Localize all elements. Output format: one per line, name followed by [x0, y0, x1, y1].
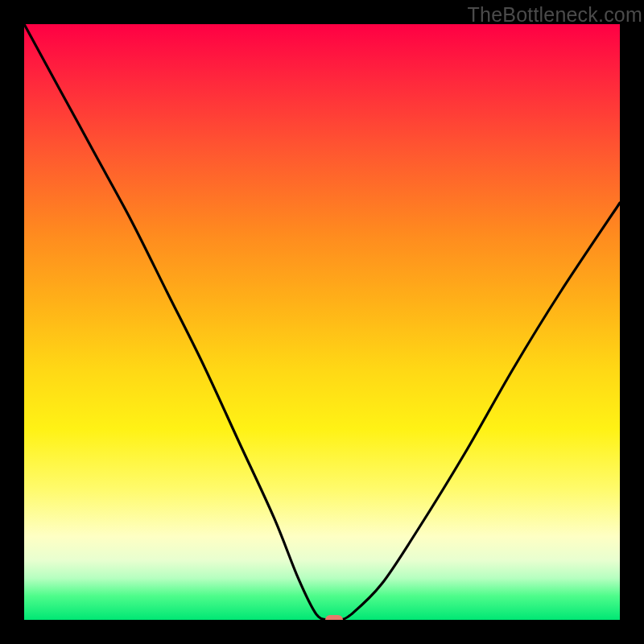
min-marker — [325, 615, 343, 620]
curve-path — [24, 24, 620, 620]
watermark-text: TheBottleneck.com — [468, 3, 642, 27]
chart-frame: TheBottleneck.com — [0, 0, 644, 644]
bottleneck-curve — [24, 24, 620, 620]
plot-area — [24, 24, 620, 620]
